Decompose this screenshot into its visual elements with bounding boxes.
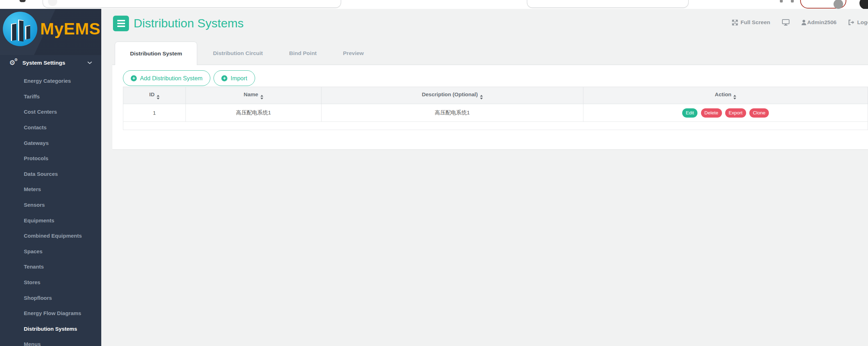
edit-button[interactable]: Edit: [682, 108, 697, 118]
cell-actions: Edit Delete Export Clone: [583, 104, 868, 122]
distribution-systems-table: ID Name Description (Optional) Action 1: [123, 87, 868, 130]
column-header-description[interactable]: Description (Optional): [321, 87, 583, 104]
sidebar-item-sensors[interactable]: Sensors: [0, 197, 101, 213]
sort-icon: [157, 95, 160, 99]
myems-logo-icon: [3, 12, 37, 46]
browser-secondary-field[interactable]: [527, 0, 689, 8]
sidebar-item-distribution-systems[interactable]: Distribution Systems: [0, 321, 101, 337]
sidebar-item-equipments[interactable]: Equipments: [0, 212, 101, 228]
browser-extension-icon[interactable]: [20, 0, 26, 2]
sidebar-item-contacts[interactable]: Contacts: [0, 120, 101, 135]
content-card: + Add Distribution System + Import ID Na…: [112, 65, 868, 149]
browser-menu-icon[interactable]: [859, 0, 868, 9]
add-distribution-system-button[interactable]: + Add Distribution System: [123, 70, 210, 86]
expand-arrows-icon: [732, 20, 738, 26]
myems-logo[interactable]: MyEMS: [0, 9, 101, 55]
sidebar-section-system-settings[interactable]: ⚙⚙ System Settings: [0, 56, 101, 70]
table-header-row: ID Name Description (Optional) Action: [123, 87, 868, 104]
sidebar: MyEMS ⚙⚙ System Settings Energy Categori…: [0, 9, 101, 346]
full-screen-button[interactable]: Full Screen: [732, 19, 770, 26]
sidebar-item-combined-equipments[interactable]: Combined Equipments: [0, 228, 101, 244]
clone-button[interactable]: Clone: [749, 108, 769, 118]
user-menu[interactable]: Admin2506: [801, 19, 837, 26]
sidebar-item-protocols[interactable]: Protocols: [0, 151, 101, 166]
cell-description: 高压配电系统1: [321, 104, 583, 122]
tab-bind-point[interactable]: Bind Point: [279, 42, 328, 65]
tab-distribution-system[interactable]: Distribution System: [115, 42, 197, 65]
profile-avatar: [834, 0, 843, 9]
sidebar-item-meters[interactable]: Meters: [0, 182, 101, 197]
username: Admin2506: [807, 19, 837, 26]
export-button[interactable]: Export: [725, 108, 746, 118]
header-controls: Full Screen Admin2506 Logout: [732, 9, 868, 36]
column-header-action[interactable]: Action: [583, 87, 868, 104]
toolbar: + Add Distribution System + Import: [123, 70, 255, 86]
plus-circle-icon: +: [221, 75, 227, 81]
monitor-button[interactable]: [782, 19, 789, 26]
logout-icon: [848, 20, 854, 25]
sort-icon: [260, 95, 263, 99]
browser-toolbar-icon[interactable]: [791, 0, 794, 2]
cogs-icon: ⚙⚙: [9, 59, 19, 66]
sidebar-item-tenants[interactable]: Tenants: [0, 259, 101, 275]
browser-chrome-strip: [0, 0, 868, 9]
page-title: Distribution Systems: [134, 16, 244, 30]
browser-address-bar[interactable]: [43, 0, 341, 8]
tab-distribution-circuit[interactable]: Distribution Circuit: [202, 42, 273, 65]
address-bar-favicon: [48, 0, 57, 6]
sidebar-item-menus[interactable]: Menus: [0, 336, 101, 346]
sidebar-item-energy-categories[interactable]: Energy Categories: [0, 73, 101, 89]
column-header-name[interactable]: Name: [186, 87, 321, 104]
tab-bar: Distribution System Distribution Circuit…: [112, 42, 868, 65]
sidebar-menu: Energy Categories Tariffs Cost Centers C…: [0, 73, 101, 346]
browser-profile-button[interactable]: [800, 0, 846, 9]
sidebar-item-data-sources[interactable]: Data Sources: [0, 166, 101, 182]
sidebar-toggle-button[interactable]: [113, 16, 129, 31]
desktop-icon: [782, 19, 789, 26]
sidebar-item-stores[interactable]: Stores: [0, 275, 101, 290]
myems-logo-text: MyEMS: [40, 19, 101, 38]
sidebar-item-cost-centers[interactable]: Cost Centers: [0, 104, 101, 120]
table-empty-row: [123, 122, 868, 130]
chevron-down-icon: [87, 61, 92, 64]
sidebar-item-energy-flow-diagrams[interactable]: Energy Flow Diagrams: [0, 306, 101, 321]
plus-circle-icon: +: [131, 75, 137, 81]
sidebar-item-tariffs[interactable]: Tariffs: [0, 89, 101, 104]
cell-id: 1: [123, 104, 186, 122]
user-icon: [801, 20, 807, 25]
sort-icon: [733, 95, 736, 99]
sort-icon: [480, 95, 483, 99]
delete-button[interactable]: Delete: [701, 108, 722, 118]
cell-name: 高压配电系统1: [186, 104, 321, 122]
import-button[interactable]: + Import: [214, 70, 255, 86]
sidebar-item-gateways[interactable]: Gateways: [0, 135, 101, 151]
logout-button[interactable]: Logout: [848, 19, 868, 26]
table-row: 1 高压配电系统1 高压配电系统1 Edit Delete Export Clo…: [123, 104, 868, 122]
sidebar-item-shopfloors[interactable]: Shopfloors: [0, 290, 101, 306]
column-header-id[interactable]: ID: [123, 87, 186, 104]
main-content: Distribution Systems Full Screen: [101, 9, 868, 346]
sidebar-item-spaces[interactable]: Spaces: [0, 244, 101, 259]
browser-toolbar-icon[interactable]: [780, 0, 783, 2]
tab-preview[interactable]: Preview: [332, 42, 374, 65]
